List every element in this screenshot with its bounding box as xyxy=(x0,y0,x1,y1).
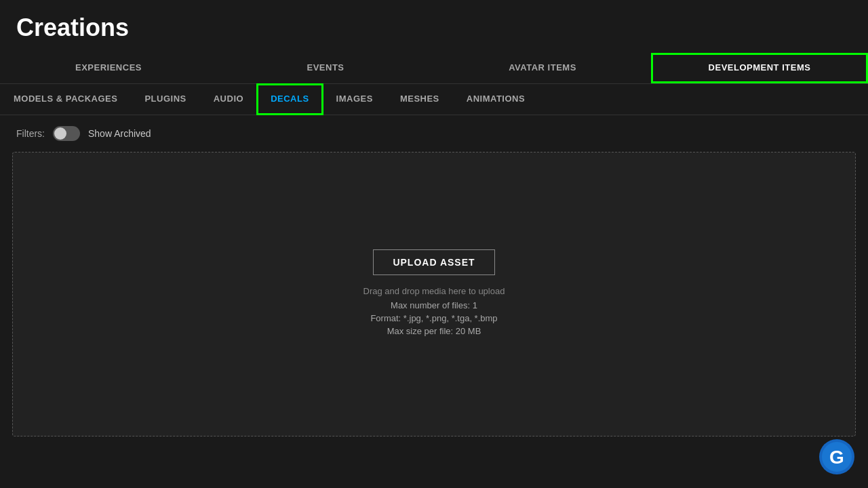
page-title: Creations xyxy=(0,0,868,53)
secondary-nav-item-decals[interactable]: DECALS xyxy=(257,84,322,115)
secondary-nav: MODELS & PACKAGES PLUGINS AUDIO DECALS I… xyxy=(0,84,868,115)
top-nav-item-development-items[interactable]: DEVELOPMENT ITEMS xyxy=(651,53,868,83)
secondary-nav-item-audio[interactable]: AUDIO xyxy=(200,84,257,115)
secondary-nav-item-meshes[interactable]: MESHES xyxy=(387,84,453,115)
upload-drag-hint: Drag and drop media here to upload xyxy=(363,286,505,296)
filters-label: Filters: xyxy=(16,128,45,139)
upload-max-size: Max size per file: 20 MB xyxy=(387,326,481,336)
toggle-knob xyxy=(54,127,66,140)
secondary-nav-item-images[interactable]: IMAGES xyxy=(323,84,387,115)
upload-area[interactable]: UPLOAD ASSET Drag and drop media here to… xyxy=(12,152,856,436)
svg-text:G: G xyxy=(829,447,844,468)
upload-asset-button[interactable]: UPLOAD ASSET xyxy=(373,249,494,275)
top-nav-item-experiences[interactable]: EXPERIENCES xyxy=(0,53,217,83)
show-archived-label: Show Archived xyxy=(88,128,151,139)
secondary-nav-item-animations[interactable]: ANIMATIONS xyxy=(453,84,538,115)
secondary-nav-item-models-packages[interactable]: MODELS & PACKAGES xyxy=(0,84,131,115)
roblox-logo: G xyxy=(819,439,854,474)
top-nav: EXPERIENCES EVENTS AVATAR ITEMS DEVELOPM… xyxy=(0,53,868,84)
upload-max-files: Max number of files: 1 xyxy=(391,300,477,310)
upload-format: Format: *.jpg, *.png, *.tga, *.bmp xyxy=(370,313,497,323)
show-archived-toggle[interactable] xyxy=(53,126,80,141)
filters-bar: Filters: Show Archived xyxy=(0,115,868,152)
secondary-nav-item-plugins[interactable]: PLUGINS xyxy=(131,84,199,115)
top-nav-item-avatar-items[interactable]: AVATAR ITEMS xyxy=(434,53,651,83)
top-nav-item-events[interactable]: EVENTS xyxy=(217,53,434,83)
